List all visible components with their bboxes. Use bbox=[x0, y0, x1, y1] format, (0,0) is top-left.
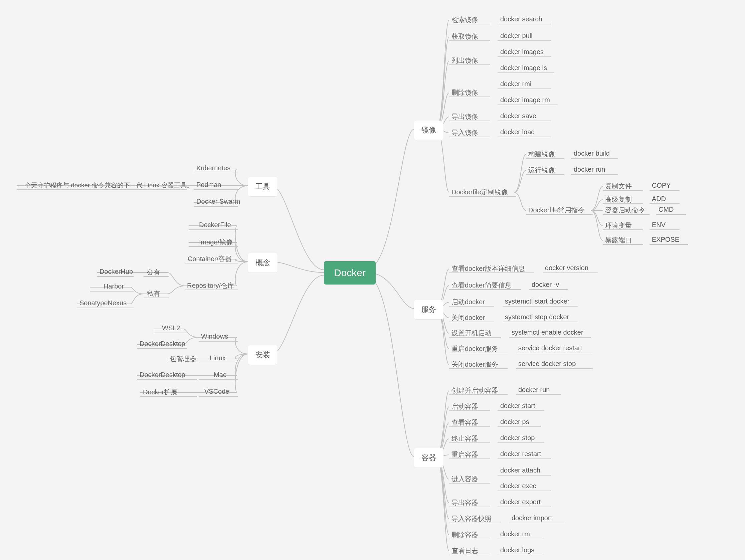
service-row-cmd[interactable]: systemctl start docker bbox=[505, 298, 569, 305]
df-instr-cmd[interactable]: CMD bbox=[658, 206, 674, 213]
tools-item[interactable]: Docker Swarm bbox=[196, 198, 240, 205]
service-row-cmd[interactable]: docker -v bbox=[531, 281, 559, 289]
install-item[interactable]: DockerDesktop bbox=[139, 340, 185, 348]
df-instr-label[interactable]: 复制文件 bbox=[605, 182, 632, 191]
service-row-label[interactable]: 设置开机启动 bbox=[451, 329, 491, 338]
container-row-label[interactable]: 终止容器 bbox=[451, 434, 478, 443]
install-os[interactable]: Linux bbox=[210, 354, 226, 362]
df-instr-cmd[interactable]: EXPOSE bbox=[652, 236, 679, 243]
dockerfile-build-cmd[interactable]: docker build bbox=[574, 150, 610, 157]
container-row-label[interactable]: 重启容器 bbox=[451, 450, 478, 459]
image-row-label[interactable]: 导入镜像 bbox=[451, 128, 478, 137]
image-row-label[interactable]: 导出镜像 bbox=[451, 112, 478, 121]
branch-concepts[interactable]: 概念 bbox=[248, 253, 278, 272]
container-row-label[interactable]: 启动容器 bbox=[451, 402, 478, 411]
container-row-label[interactable]: 导入容器快照 bbox=[451, 514, 491, 523]
container-row-cmd[interactable]: docker rm bbox=[500, 530, 530, 538]
service-row-label[interactable]: 查看docker简要信息 bbox=[451, 281, 512, 290]
container-row-cmd[interactable]: docker export bbox=[500, 498, 541, 506]
df-instr-label[interactable]: 高级复制 bbox=[605, 195, 632, 204]
image-row-cmd[interactable]: docker image ls bbox=[500, 64, 547, 72]
container-row-cmd[interactable]: docker logs bbox=[500, 546, 534, 554]
image-row-cmd[interactable]: docker search bbox=[500, 15, 542, 23]
podman-note: 一个无守护程序与 docker 命令兼容的下一代 Linux 容器工具。 bbox=[19, 181, 193, 190]
tools-item[interactable]: Podman bbox=[196, 181, 221, 189]
container-row-cmd[interactable]: docker ps bbox=[500, 418, 529, 426]
container-row-label[interactable]: 导出容器 bbox=[451, 498, 478, 507]
container-row-label[interactable]: 进入容器 bbox=[451, 474, 478, 484]
container-row-cmd[interactable]: docker import bbox=[512, 514, 552, 522]
install-item[interactable]: WSL2 bbox=[162, 324, 180, 332]
concept-item[interactable]: Container/容器 bbox=[188, 255, 232, 263]
dockerfile-run-label[interactable]: 运行镜像 bbox=[528, 166, 555, 175]
container-row-label[interactable]: 创建并启动容器 bbox=[451, 386, 498, 395]
repo-private-label[interactable]: 私有 bbox=[147, 289, 160, 298]
container-row-cmd[interactable]: docker stop bbox=[500, 434, 535, 442]
df-instr-cmd[interactable]: ADD bbox=[652, 195, 666, 203]
service-row-label[interactable]: 重启docker服务 bbox=[451, 344, 498, 353]
dockerfile-label[interactable]: Dockerfile定制镜像 bbox=[451, 188, 508, 197]
repo-public-label[interactable]: 公有 bbox=[147, 268, 160, 277]
image-row-cmd[interactable]: docker pull bbox=[500, 32, 532, 40]
container-row-cmd[interactable]: docker restart bbox=[500, 450, 541, 458]
df-instr-cmd[interactable]: COPY bbox=[652, 182, 671, 189]
df-instr-cmd[interactable]: ENV bbox=[652, 221, 666, 229]
container-row-label[interactable]: 删除容器 bbox=[451, 530, 478, 539]
service-row-cmd[interactable]: docker version bbox=[545, 264, 588, 272]
image-row-cmd[interactable]: docker images bbox=[500, 48, 544, 56]
service-row-label[interactable]: 查看docker版本详细信息 bbox=[451, 264, 525, 273]
image-row-cmd[interactable]: docker rmi bbox=[500, 80, 531, 88]
image-row-cmd[interactable]: docker save bbox=[500, 112, 536, 120]
image-row-label[interactable]: 检索镜像 bbox=[451, 15, 478, 24]
repo-private-item[interactable]: Harbor bbox=[103, 283, 124, 290]
branch-tools[interactable]: 工具 bbox=[248, 177, 278, 196]
repo-public-item[interactable]: DockerHub bbox=[99, 268, 133, 275]
service-row-cmd[interactable]: systemctl enable docker bbox=[512, 329, 583, 336]
concept-item[interactable]: DockerFile bbox=[199, 221, 231, 229]
service-row-cmd[interactable]: service docker stop bbox=[518, 360, 576, 368]
dockerfile-run-cmd[interactable]: docker run bbox=[574, 166, 606, 173]
service-row-label[interactable]: 启动docker bbox=[451, 298, 485, 306]
branch-container[interactable]: 容器 bbox=[414, 448, 444, 467]
root-node[interactable]: Docker bbox=[324, 261, 376, 285]
install-os[interactable]: Windows bbox=[201, 333, 228, 340]
repo-private-item[interactable]: SonatypeNexus bbox=[79, 299, 127, 307]
container-row-cmd[interactable]: docker start bbox=[500, 402, 535, 410]
df-instr-label[interactable]: 暴露端口 bbox=[605, 236, 632, 245]
image-row-cmd[interactable]: docker image rm bbox=[500, 96, 550, 104]
container-row-cmd[interactable]: docker exec bbox=[500, 482, 536, 490]
service-row-cmd[interactable]: systemctl stop docker bbox=[505, 313, 569, 321]
concept-item[interactable]: Repository/仓库 bbox=[187, 281, 234, 290]
install-os[interactable]: VSCode bbox=[204, 388, 229, 395]
container-row-cmd[interactable]: docker attach bbox=[500, 466, 540, 474]
dockerfile-common-label[interactable]: Dockerfile常用指令 bbox=[528, 206, 585, 215]
branch-image[interactable]: 镜像 bbox=[414, 121, 444, 140]
dockerfile-build-label[interactable]: 构建镜像 bbox=[528, 150, 555, 159]
service-row-label[interactable]: 关闭docker bbox=[451, 313, 485, 322]
df-instr-label[interactable]: 环境变量 bbox=[605, 221, 632, 230]
install-item[interactable]: DockerDesktop bbox=[139, 371, 185, 379]
image-row-cmd[interactable]: docker load bbox=[500, 128, 535, 136]
service-row-cmd[interactable]: service docker restart bbox=[518, 344, 582, 352]
image-row-label[interactable]: 获取镜像 bbox=[451, 32, 478, 41]
container-row-label[interactable]: 查看日志 bbox=[451, 546, 478, 555]
branch-service[interactable]: 服务 bbox=[414, 300, 444, 319]
install-item[interactable]: 包管理器 bbox=[170, 354, 196, 363]
service-row-label[interactable]: 关闭docker服务 bbox=[451, 360, 498, 369]
container-row-label[interactable]: 查看容器 bbox=[451, 418, 478, 427]
image-row-label[interactable]: 删除镜像 bbox=[451, 88, 478, 97]
install-item[interactable]: Docker扩展 bbox=[143, 388, 177, 397]
image-row-label[interactable]: 列出镜像 bbox=[451, 56, 478, 65]
container-row-cmd[interactable]: docker run bbox=[518, 386, 550, 394]
df-instr-label[interactable]: 容器启动命令 bbox=[605, 206, 645, 215]
install-os[interactable]: Mac bbox=[214, 371, 226, 379]
branch-install[interactable]: 安装 bbox=[248, 345, 278, 365]
tools-item[interactable]: Kubernetes bbox=[196, 164, 230, 172]
concept-item[interactable]: Image/镜像 bbox=[199, 238, 233, 247]
